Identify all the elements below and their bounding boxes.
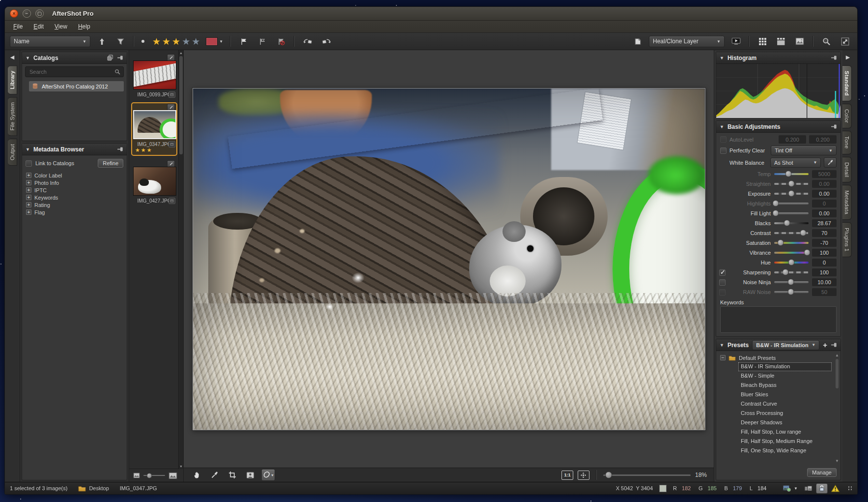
slider-raw-noise[interactable]	[774, 289, 809, 295]
magnifier-button[interactable]	[819, 35, 834, 47]
external-editor-icon[interactable]	[804, 485, 812, 492]
scrollbar-thumb[interactable]	[179, 56, 183, 154]
metadata-item-color-label[interactable]: +Color Label	[26, 172, 123, 179]
filmstrip-item[interactable]: IMG_0099.JPG	[131, 53, 177, 99]
eyedropper-tool-button[interactable]	[208, 470, 221, 480]
raw-noise-checkbox[interactable]	[719, 289, 726, 295]
tool-tab-detail[interactable]: Detail	[842, 157, 852, 183]
scrollbar-thumb[interactable]	[836, 359, 839, 388]
metadata-item-flag[interactable]: +Flag	[26, 208, 123, 216]
proof-profile-control[interactable]: ▼	[783, 485, 798, 492]
preset-item[interactable]: Fill, Half Stop, Medium Range	[738, 437, 832, 446]
minimize-button[interactable]: −	[23, 9, 31, 18]
slider-blacks[interactable]	[774, 220, 809, 227]
slider-thumb[interactable]	[772, 200, 779, 207]
sort-direction-button[interactable]	[94, 35, 109, 47]
zoom-slider-thumb[interactable]	[605, 472, 612, 478]
current-folder[interactable]: Desktop	[78, 485, 109, 492]
preset-item[interactable]: Fill, One Stop, Wide Range	[738, 446, 832, 455]
slider-thumb[interactable]	[788, 279, 794, 285]
autolevel-value-2[interactable]: 0.200	[809, 135, 837, 144]
slider-thumb[interactable]	[782, 269, 788, 275]
catalog-search[interactable]	[25, 66, 124, 77]
slider-value[interactable]: 70	[812, 229, 837, 237]
slider-contrast[interactable]	[774, 230, 809, 236]
tint-dropdown[interactable]: Tint Off▼	[771, 146, 837, 155]
rating-star-4[interactable]: ★	[182, 36, 191, 47]
tool-tab-color[interactable]: Color	[842, 104, 852, 128]
pan-tool-button[interactable]	[191, 470, 203, 480]
tool-tab-plugins-1[interactable]: Plugins 1	[842, 222, 852, 257]
add-preset-button[interactable]: +	[823, 341, 827, 349]
preset-item[interactable]: Contrast Curve	[738, 400, 832, 409]
duplicate-catalog-icon[interactable]	[107, 55, 113, 61]
close-button[interactable]: ×	[10, 9, 18, 18]
clear-rating-dot[interactable]	[141, 40, 144, 43]
preset-item[interactable]: Bleach Bypass	[738, 381, 832, 390]
slider-thumb[interactable]	[800, 230, 806, 236]
slideshow-button[interactable]	[728, 35, 743, 47]
noise-ninja-checkbox[interactable]	[719, 279, 726, 286]
slider-value[interactable]: 0.00	[812, 209, 837, 217]
slider-thumb[interactable]	[788, 180, 795, 187]
crop-tool-button[interactable]	[226, 470, 239, 480]
large-thumbnail-icon[interactable]	[168, 472, 177, 479]
flag-pick-button[interactable]	[236, 35, 251, 47]
rating-stars[interactable]: ★★★★★	[152, 36, 200, 47]
rotate-left-button[interactable]	[300, 35, 315, 47]
slider-thumb[interactable]	[804, 249, 811, 256]
keywords-input[interactable]	[720, 306, 837, 333]
white-balance-dropdown[interactable]: As Shot▼	[770, 158, 821, 168]
scroll-down-arrow-icon[interactable]: ▼	[835, 459, 840, 463]
preset-item[interactable]: Deeper Shadows	[738, 418, 832, 427]
slider-value[interactable]: 0	[812, 200, 837, 207]
preset-item[interactable]: Bluer Skies	[738, 390, 832, 399]
pin-icon[interactable]	[117, 55, 123, 60]
tool-tab-standard[interactable]: Standard	[842, 65, 852, 101]
menu-help[interactable]: Help	[74, 22, 95, 31]
layer-dropdown[interactable]: Heal/Clone Layer▼	[649, 36, 725, 47]
metadata-item-photo-info[interactable]: +Photo Info	[26, 179, 123, 186]
slider-sharpening[interactable]	[774, 269, 809, 276]
fit-to-window-button[interactable]	[578, 471, 589, 480]
autolevel-checkbox[interactable]	[720, 136, 727, 143]
redeye-tool-button[interactable]	[244, 470, 256, 480]
menu-view[interactable]: View	[50, 22, 72, 31]
rotate-right-button[interactable]	[319, 35, 334, 47]
slider-temp[interactable]	[774, 171, 809, 177]
expand-plus-icon[interactable]: +	[26, 187, 31, 193]
sidebar-tab-output[interactable]: Output	[8, 139, 17, 166]
rating-star-5[interactable]: ★	[192, 36, 200, 47]
catalog-item[interactable]: AfterShot Pro Catalog 2012	[29, 81, 124, 91]
title-bar[interactable]: × − ▢ AfterShot Pro	[5, 7, 857, 21]
slider-highlights[interactable]	[774, 200, 809, 207]
rating-star-3[interactable]: ★	[172, 36, 181, 47]
sidebar-tab-file-system[interactable]: File System	[8, 97, 17, 136]
expand-plus-icon[interactable]: +	[26, 195, 31, 200]
slider-noise-ninja[interactable]	[774, 279, 809, 286]
pin-icon[interactable]	[117, 147, 123, 152]
rating-star-1[interactable]: ★	[152, 36, 161, 47]
resize-grip[interactable]	[848, 486, 852, 490]
sort-dropdown[interactable]: Name▼	[10, 36, 90, 47]
slider-value[interactable]: 100	[812, 268, 837, 276]
pin-icon[interactable]	[831, 342, 837, 348]
slider-vibrance[interactable]	[774, 249, 809, 256]
small-thumbnail-icon[interactable]	[133, 472, 140, 478]
menu-file[interactable]: File	[9, 22, 27, 31]
tool-tab-metadata[interactable]: Metadata	[842, 185, 852, 220]
presets-header[interactable]: ▼ Presets B&W - IR Simulation▼ +	[716, 339, 840, 351]
collapse-left-panel-button[interactable]: ◀	[7, 51, 18, 63]
preset-item[interactable]: B&W - Simple	[738, 372, 832, 381]
flag-clear-button[interactable]	[274, 35, 288, 47]
slider-thumb[interactable]	[785, 171, 792, 177]
slider-value[interactable]: 28.67	[812, 219, 837, 227]
slider-straighten[interactable]	[774, 180, 809, 187]
perfectly-clear-checkbox[interactable]	[720, 148, 727, 154]
new-layer-button[interactable]	[630, 35, 645, 47]
slider-value[interactable]: -70	[812, 239, 837, 247]
slider-value[interactable]: 5000	[812, 170, 837, 178]
slider-value[interactable]: 100	[812, 249, 837, 257]
autolevel-value-1[interactable]: 0.200	[779, 135, 806, 144]
metadata-item-keywords[interactable]: +Keywords	[26, 194, 123, 201]
